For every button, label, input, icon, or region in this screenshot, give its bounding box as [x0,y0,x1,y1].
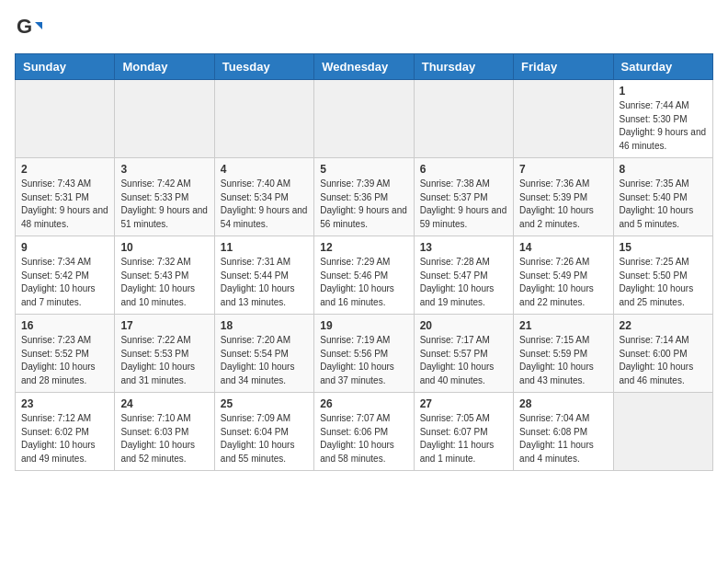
calendar-cell [16,80,115,158]
calendar-cell: 4Sunrise: 7:40 AM Sunset: 5:34 PM Daylig… [214,158,313,236]
calendar-cell: 18Sunrise: 7:20 AM Sunset: 5:54 PM Dayli… [214,315,313,393]
calendar-cell: 1Sunrise: 7:44 AM Sunset: 5:30 PM Daylig… [613,80,712,158]
day-number: 5 [320,163,407,176]
day-number: 10 [120,241,208,254]
day-info: Sunrise: 7:07 AM Sunset: 6:06 PM Dayligh… [320,412,407,465]
calendar-cell: 28Sunrise: 7:04 AM Sunset: 6:08 PM Dayli… [514,393,613,471]
calendar-cell: 8Sunrise: 7:35 AM Sunset: 5:40 PM Daylig… [613,158,712,236]
day-number: 24 [120,397,208,410]
day-number: 16 [21,319,108,332]
svg-text:G: G [17,15,32,38]
day-number: 13 [420,241,507,254]
day-info: Sunrise: 7:14 AM Sunset: 6:00 PM Dayligh… [620,334,707,387]
calendar-cell: 25Sunrise: 7:09 AM Sunset: 6:04 PM Dayli… [214,393,313,471]
calendar-cell: 24Sunrise: 7:10 AM Sunset: 6:03 PM Dayli… [115,393,214,471]
calendar-cell: 26Sunrise: 7:07 AM Sunset: 6:06 PM Dayli… [314,393,414,471]
day-info: Sunrise: 7:22 AM Sunset: 5:53 PM Dayligh… [120,334,208,387]
day-number: 11 [221,241,308,254]
weekday-header-sunday: Sunday [16,54,115,80]
calendar-cell: 21Sunrise: 7:15 AM Sunset: 5:59 PM Dayli… [514,315,613,393]
calendar-cell: 12Sunrise: 7:29 AM Sunset: 5:46 PM Dayli… [314,236,414,315]
day-info: Sunrise: 7:12 AM Sunset: 6:02 PM Dayligh… [21,412,108,465]
day-info: Sunrise: 7:29 AM Sunset: 5:46 PM Dayligh… [320,256,407,309]
day-info: Sunrise: 7:31 AM Sunset: 5:44 PM Dayligh… [221,256,308,309]
calendar-cell: 27Sunrise: 7:05 AM Sunset: 6:07 PM Dayli… [414,393,513,471]
calendar-cell [314,80,414,158]
calendar-cell: 22Sunrise: 7:14 AM Sunset: 6:00 PM Dayli… [613,315,712,393]
day-number: 20 [420,319,507,332]
day-info: Sunrise: 7:34 AM Sunset: 5:42 PM Dayligh… [21,256,108,309]
day-number: 19 [320,319,407,332]
weekday-header-thursday: Thursday [414,54,513,80]
day-info: Sunrise: 7:36 AM Sunset: 5:39 PM Dayligh… [519,178,607,231]
calendar-week-3: 9Sunrise: 7:34 AM Sunset: 5:42 PM Daylig… [16,236,713,315]
day-number: 15 [620,241,707,254]
day-number: 14 [519,241,607,254]
day-number: 3 [120,163,208,176]
calendar-cell: 9Sunrise: 7:34 AM Sunset: 5:42 PM Daylig… [16,236,115,315]
page-header: G [15,15,713,42]
calendar-week-4: 16Sunrise: 7:23 AM Sunset: 5:52 PM Dayli… [16,315,713,393]
day-number: 8 [620,163,707,176]
calendar-cell: 15Sunrise: 7:25 AM Sunset: 5:50 PM Dayli… [613,236,712,315]
weekday-header-tuesday: Tuesday [214,54,313,80]
calendar-week-5: 23Sunrise: 7:12 AM Sunset: 6:02 PM Dayli… [16,393,713,471]
weekday-header-monday: Monday [115,54,214,80]
day-info: Sunrise: 7:44 AM Sunset: 5:30 PM Dayligh… [620,99,707,153]
calendar-cell: 17Sunrise: 7:22 AM Sunset: 5:53 PM Dayli… [115,315,214,393]
calendar-cell: 23Sunrise: 7:12 AM Sunset: 6:02 PM Dayli… [16,393,115,471]
day-number: 17 [120,319,208,332]
day-number: 1 [620,85,707,98]
day-number: 26 [320,397,407,410]
day-number: 12 [320,241,407,254]
day-number: 18 [221,319,308,332]
calendar-cell [414,80,513,158]
weekday-header-friday: Friday [514,54,613,80]
day-info: Sunrise: 7:05 AM Sunset: 6:07 PM Dayligh… [420,412,507,465]
weekday-header-wednesday: Wednesday [314,54,414,80]
day-number: 28 [519,397,607,410]
calendar-week-1: 1Sunrise: 7:44 AM Sunset: 5:30 PM Daylig… [16,80,713,158]
day-number: 27 [420,397,507,410]
day-info: Sunrise: 7:04 AM Sunset: 6:08 PM Dayligh… [519,412,607,465]
day-info: Sunrise: 7:28 AM Sunset: 5:47 PM Dayligh… [420,256,507,309]
calendar-cell [514,80,613,158]
calendar-cell [115,80,214,158]
calendar-cell: 6Sunrise: 7:38 AM Sunset: 5:37 PM Daylig… [414,158,513,236]
day-info: Sunrise: 7:43 AM Sunset: 5:31 PM Dayligh… [21,178,108,231]
day-info: Sunrise: 7:23 AM Sunset: 5:52 PM Dayligh… [21,334,108,387]
day-info: Sunrise: 7:42 AM Sunset: 5:33 PM Dayligh… [120,178,208,231]
day-info: Sunrise: 7:19 AM Sunset: 5:56 PM Dayligh… [320,334,407,387]
calendar-cell: 19Sunrise: 7:19 AM Sunset: 5:56 PM Dayli… [314,315,414,393]
day-info: Sunrise: 7:09 AM Sunset: 6:04 PM Dayligh… [221,412,308,465]
calendar-cell [214,80,313,158]
day-info: Sunrise: 7:38 AM Sunset: 5:37 PM Dayligh… [420,178,507,231]
day-info: Sunrise: 7:32 AM Sunset: 5:43 PM Dayligh… [120,256,208,309]
calendar-cell: 3Sunrise: 7:42 AM Sunset: 5:33 PM Daylig… [115,158,214,236]
calendar-week-2: 2Sunrise: 7:43 AM Sunset: 5:31 PM Daylig… [16,158,713,236]
calendar-cell: 2Sunrise: 7:43 AM Sunset: 5:31 PM Daylig… [16,158,115,236]
day-number: 4 [221,163,308,176]
weekday-header-saturday: Saturday [613,54,712,80]
calendar-cell: 13Sunrise: 7:28 AM Sunset: 5:47 PM Dayli… [414,236,513,315]
day-info: Sunrise: 7:35 AM Sunset: 5:40 PM Dayligh… [620,178,707,231]
day-info: Sunrise: 7:20 AM Sunset: 5:54 PM Dayligh… [221,334,308,387]
day-number: 9 [21,241,108,254]
calendar-header-row: SundayMondayTuesdayWednesdayThursdayFrid… [16,54,713,80]
day-info: Sunrise: 7:15 AM Sunset: 5:59 PM Dayligh… [519,334,607,387]
day-info: Sunrise: 7:39 AM Sunset: 5:36 PM Dayligh… [320,178,407,231]
calendar-cell: 10Sunrise: 7:32 AM Sunset: 5:43 PM Dayli… [115,236,214,315]
calendar-cell [613,393,712,471]
calendar-cell: 20Sunrise: 7:17 AM Sunset: 5:57 PM Dayli… [414,315,513,393]
day-info: Sunrise: 7:25 AM Sunset: 5:50 PM Dayligh… [620,256,707,309]
calendar-cell: 11Sunrise: 7:31 AM Sunset: 5:44 PM Dayli… [214,236,313,315]
day-info: Sunrise: 7:17 AM Sunset: 5:57 PM Dayligh… [420,334,507,387]
day-number: 2 [21,163,108,176]
svg-marker-1 [35,22,42,29]
calendar-cell: 7Sunrise: 7:36 AM Sunset: 5:39 PM Daylig… [514,158,613,236]
calendar-cell: 14Sunrise: 7:26 AM Sunset: 5:49 PM Dayli… [514,236,613,315]
logo-icon: G [15,15,42,42]
day-number: 21 [519,319,607,332]
calendar-table: SundayMondayTuesdayWednesdayThursdayFrid… [15,53,713,471]
day-number: 6 [420,163,507,176]
